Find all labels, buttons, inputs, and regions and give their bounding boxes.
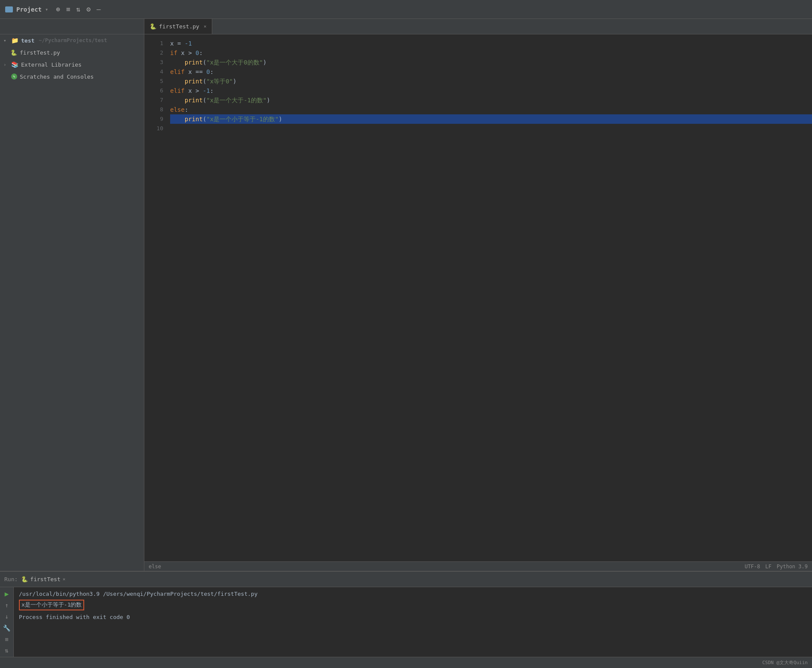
status-bar: CSDN @文大奇Quiin xyxy=(0,657,812,668)
code-line-4: elif x == 0 : xyxy=(170,67,812,77)
editor-area: 1 2 3 4 5 6 7 8 9 10 x = -1 xyxy=(144,34,812,571)
code-gt: > xyxy=(188,48,195,58)
folder-arrow-test: ▾ xyxy=(3,38,9,43)
scratches-icon: ✎ xyxy=(11,74,17,80)
code-indent7 xyxy=(170,95,185,105)
code-zero4: 0 xyxy=(206,67,210,77)
editor-status-right: UTF-8 LF Python 3.9 xyxy=(745,564,808,570)
run-tab-firsttest[interactable]: 🐍 firstTest × xyxy=(21,576,65,582)
code-x6: x xyxy=(188,86,195,95)
code-eq: = xyxy=(177,39,185,48)
code-print5: print xyxy=(185,77,203,86)
line-num-7: 7 xyxy=(144,95,163,105)
run-up-button[interactable]: ↑ xyxy=(2,601,12,609)
code-eqeq: == xyxy=(195,67,206,77)
sidebar-test-label: test xyxy=(21,37,34,44)
code-line-9: print ( "x是一个小于等于-1的数" ) xyxy=(170,114,812,124)
code-content[interactable]: x = -1 if x > 0 : print ( xyxy=(167,34,812,561)
code-paren5c: ) xyxy=(233,77,236,86)
code-str9: "x是一个小于等于-1的数" xyxy=(206,114,278,124)
code-paren7o: ( xyxy=(203,95,206,105)
sidebar-item-external-libraries[interactable]: › 📚 External Libraries xyxy=(0,58,144,70)
sidebar-scratches-label: Scratches and Consoles xyxy=(20,74,94,80)
title-bar-left: Project ▾ ⊕ ≡ ⇅ ⚙ — xyxy=(5,5,101,13)
sidebar-item-scratches[interactable]: ✎ Scratches and Consoles xyxy=(0,70,144,83)
title-bar-icons: ⊕ ≡ ⇅ ⚙ — xyxy=(56,5,101,13)
code-str7: "x是一个大于-1的数" xyxy=(206,95,266,105)
code-line-6: elif x > -1 : xyxy=(170,86,812,95)
code-line-7: print ( "x是一个大于-1的数" ) xyxy=(170,95,812,105)
line-num-10: 10 xyxy=(144,124,163,133)
code-paren7c: ) xyxy=(266,95,270,105)
folder-icon-test: 📁 xyxy=(11,37,18,44)
sidebar-test-path: ~/PycharmProjects/test xyxy=(39,37,107,43)
code-str3: "x是一个大于0的数" xyxy=(206,58,263,67)
code-gt6: > xyxy=(195,86,203,95)
run-exit-message: Process finished with exit code 0 xyxy=(19,613,807,622)
line-num-2: 2 xyxy=(144,48,163,58)
code-indent9 xyxy=(170,114,185,124)
line-num-5: 5 xyxy=(144,77,163,86)
project-dropdown-arrow[interactable]: ▾ xyxy=(45,6,48,12)
line-num-9: 9 xyxy=(144,114,163,124)
code-indent3 xyxy=(170,58,185,67)
code-line-2: if x > 0 : xyxy=(170,48,812,58)
line-num-4: 4 xyxy=(144,67,163,77)
code-else8: else xyxy=(170,105,185,114)
py-file-sidebar-icon: 🐍 xyxy=(10,49,17,56)
tab-close-button[interactable]: × xyxy=(204,24,207,29)
code-line-8: else : xyxy=(170,105,812,114)
layout-icon[interactable]: ⇅ xyxy=(76,5,81,13)
navigate-icon[interactable]: ⊕ xyxy=(56,5,60,13)
project-label[interactable]: Project xyxy=(16,6,42,13)
code-colon: : xyxy=(199,48,202,58)
code-line-5: print ( "x等于0" ) xyxy=(170,77,812,86)
code-colon4: : xyxy=(210,67,214,77)
run-panel: Run: 🐍 firstTest × ▶ ↑ ↓ 🔧 ≡ ⇅ /usr/loca… xyxy=(0,571,812,657)
folder-arrow-ext: › xyxy=(3,62,9,67)
library-icon: 📚 xyxy=(11,61,18,68)
run-list-button[interactable]: ≡ xyxy=(2,635,12,643)
code-colon6: : xyxy=(210,86,214,95)
status-bar-right: CSDN @文大奇Quiin xyxy=(762,659,808,666)
sidebar-item-test[interactable]: ▾ 📁 test ~/PycharmProjects/test xyxy=(0,34,144,46)
line-num-8: 8 xyxy=(144,105,163,114)
editor-lang: Python 3.9 xyxy=(777,564,808,570)
run-tab-icon: 🐍 xyxy=(21,576,28,582)
code-paren3o: ( xyxy=(203,58,206,67)
code-zero: 0 xyxy=(195,48,199,58)
code-x4: x xyxy=(188,67,195,77)
run-sort-button[interactable]: ⇅ xyxy=(2,647,12,654)
line-num-1: 1 xyxy=(144,39,163,48)
code-elif4: elif xyxy=(170,67,188,77)
run-panel-header: Run: 🐍 firstTest × xyxy=(0,572,812,587)
tab-label: firstTest.py xyxy=(159,23,199,30)
code-line-1: x = -1 xyxy=(170,39,812,48)
structure-icon[interactable]: ≡ xyxy=(66,5,70,13)
run-wrench-button[interactable]: 🔧 xyxy=(2,624,12,631)
run-down-button[interactable]: ↓ xyxy=(2,613,12,620)
sidebar-firsttest-label: firstTest.py xyxy=(20,49,60,56)
editor-encoding: UTF-8 xyxy=(745,564,760,570)
line-num-6: 6 xyxy=(144,86,163,95)
code-print9: print xyxy=(185,114,203,124)
code-paren9c: ) xyxy=(278,114,282,124)
code-indent5 xyxy=(170,77,185,86)
run-tab-close[interactable]: × xyxy=(63,576,66,582)
code-print7: print xyxy=(185,95,203,105)
run-label: Run: xyxy=(4,576,18,582)
tab-firsttest[interactable]: 🐍 firstTest.py × xyxy=(144,19,212,34)
minimize-icon[interactable]: — xyxy=(97,5,101,13)
code-paren5o: ( xyxy=(203,77,206,86)
settings-icon[interactable]: ⚙ xyxy=(86,5,91,13)
sidebar-item-firsttest[interactable]: 🐍 firstTest.py xyxy=(0,46,144,58)
code-editor[interactable]: 1 2 3 4 5 6 7 8 9 10 x = -1 xyxy=(144,34,812,561)
run-panel-body: ▶ ↑ ↓ 🔧 ≡ ⇅ /usr/local/bin/python3.9 /Us… xyxy=(0,587,812,657)
editor-line-sep: LF xyxy=(765,564,771,570)
code-paren3c: ) xyxy=(263,58,266,67)
code-elif6: elif xyxy=(170,86,188,95)
code-neg1: -1 xyxy=(203,86,210,95)
code-var-x: x xyxy=(170,39,177,48)
run-result-text: x是一个小于等于-1的数 xyxy=(19,600,84,610)
run-play-button[interactable]: ▶ xyxy=(2,590,12,598)
